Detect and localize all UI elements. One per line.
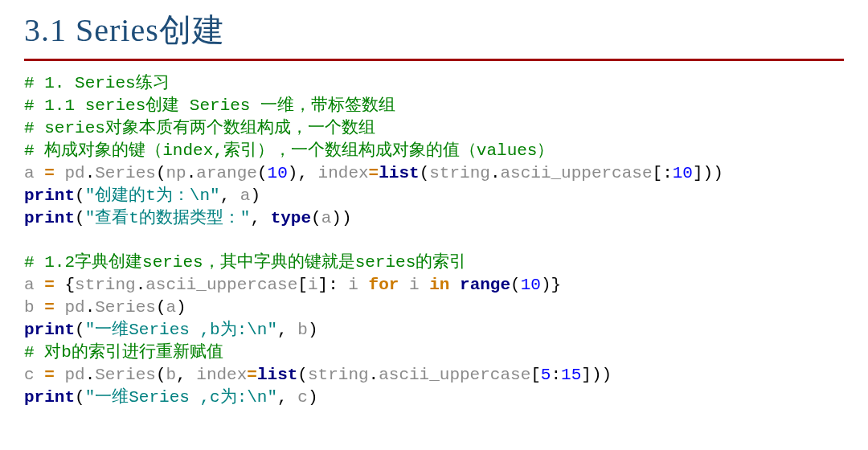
code-line: a = {string.ascii_uppercase[i]: i for i … <box>24 276 561 294</box>
code-line: a = pd.Series(np.arange(10), index=list(… <box>24 164 723 182</box>
code-line: print("查看t的数据类型：", type(a)) <box>24 209 352 227</box>
comment-line: # 构成对象的键（index,索引），一个数组构成对象的值（values） <box>24 141 554 160</box>
code-line: b = pd.Series(a) <box>24 298 186 317</box>
code-line: print("一维Series ,b为:\n", b) <box>24 321 318 339</box>
comment-line: # series对象本质有两个数组构成，一个数组 <box>24 119 375 137</box>
blank-line <box>24 231 35 249</box>
comment-line: # 1.2字典创建series，其中字典的键就是series的索引 <box>24 253 466 272</box>
title-underline <box>24 59 844 61</box>
code-line: print("一维Series ,c为:\n", c) <box>24 388 318 407</box>
comment-line: # 对b的索引进行重新赋值 <box>24 343 223 362</box>
code-block: # 1. Series练习 # 1.1 series创建 Series 一维，带… <box>0 69 868 412</box>
section-title: 3.1 Series创建 <box>0 0 868 59</box>
code-line: print("创建的t为：\n", a) <box>24 186 260 205</box>
comment-line: # 1.1 series创建 Series 一维，带标签数组 <box>24 96 395 115</box>
comment-line: # 1. Series练习 <box>24 74 170 92</box>
code-line: c = pd.Series(b, index=list(string.ascii… <box>24 366 612 384</box>
